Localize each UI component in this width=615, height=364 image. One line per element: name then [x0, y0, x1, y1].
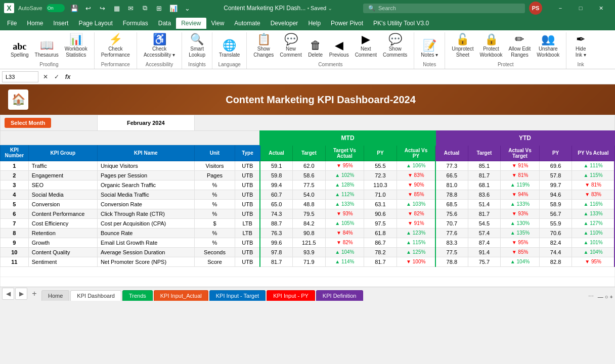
ytd-pva: ▲ 116%	[572, 199, 614, 209]
sheet-tab-kpi-definition[interactable]: KPI Definition	[316, 290, 363, 301]
mtd-tva: ▼ 82%	[325, 238, 364, 247]
workbook-stats-btn[interactable]: 📊 WorkbookStatistics	[62, 32, 90, 60]
cell-reference[interactable]	[2, 71, 38, 82]
more-icon[interactable]: ⌄	[182, 3, 193, 14]
zoom-control[interactable]: — ○ +	[598, 294, 613, 300]
formula-input[interactable]	[75, 73, 613, 81]
autosave-toggle[interactable]: On	[47, 4, 65, 12]
sheet-tab-kpi-input-target[interactable]: KPI Input - Target	[209, 290, 266, 301]
select-month-button[interactable]: Select Month	[5, 118, 51, 128]
add-sheet-btn[interactable]: +	[28, 288, 40, 300]
menu-developer[interactable]: Developer	[266, 18, 303, 29]
menu-automate[interactable]: Automate	[229, 18, 265, 29]
tab-scroll-next[interactable]: ▶	[15, 288, 27, 300]
previous-comment-btn[interactable]: ◀ Previous	[327, 38, 352, 60]
mtd-actual: 76.3	[260, 228, 292, 238]
menu-file[interactable]: File	[2, 18, 22, 29]
protect-workbook-label: ProtectWorkbook	[480, 46, 503, 58]
changes-group-label: Comments	[318, 61, 342, 69]
unprotect-sheet-btn[interactable]: 🔓 UnprotectSheet	[449, 32, 476, 60]
kpi-num: 1	[1, 161, 29, 170]
sheet-tab-kpi-dashboard[interactable]: KPI Dashboard	[70, 290, 121, 301]
check-accessibility-btn[interactable]: ♿ CheckAccessibility ▾	[141, 32, 178, 60]
tab-scroll-prev[interactable]: ◀	[2, 288, 14, 300]
menu-page-layout[interactable]: Page Layout	[73, 18, 117, 29]
menu-data[interactable]: Data	[153, 18, 176, 29]
formula-cancel-btn[interactable]: ✕	[40, 72, 51, 82]
show-changes-btn[interactable]: 📋 ShowChanges	[251, 32, 276, 60]
show-comments-btn[interactable]: 💬 ShowComments	[380, 32, 410, 60]
filter-icon[interactable]: ⧉	[140, 3, 151, 14]
allow-edit-ranges-icon: ✏	[515, 34, 524, 45]
sheet-tab-kpi-input-py[interactable]: KPI Input - PY	[267, 290, 315, 301]
mtd-avpy: ▼ 100%	[397, 257, 435, 266]
ytd-pva: ▲ 115%	[572, 170, 614, 180]
ytd-target: 75.7	[468, 257, 500, 266]
redo-icon[interactable]: ↪	[97, 3, 108, 14]
save-icon[interactable]: 💾	[69, 3, 80, 14]
mtd-py: 78.2	[364, 247, 397, 257]
menu-insert[interactable]: Insert	[48, 18, 73, 29]
table-container[interactable]: Select Month February 2024 MTD YTD KPINu…	[0, 115, 615, 287]
menu-help[interactable]: Help	[303, 18, 326, 29]
translate-btn[interactable]: 🌐 Translate	[216, 38, 242, 60]
hide-ink-btn[interactable]: ✒ HideInk ▾	[570, 32, 591, 60]
formula-function-btn[interactable]: fx	[63, 72, 73, 82]
kpi-unit: $	[194, 218, 235, 228]
mtd-avpy: ▲ 125%	[397, 247, 435, 257]
menu-review[interactable]: Review	[176, 18, 206, 29]
mtd-py: 81.7	[364, 257, 397, 266]
home-icon-box[interactable]: 🏠	[8, 89, 28, 110]
table-row: 4 Social Media Social Media Traffic % UT…	[1, 190, 615, 199]
mtd-avpy: ▲ 123%	[397, 228, 435, 238]
next-comment-btn[interactable]: ▶ NextComment	[353, 32, 379, 60]
menu-pk-utility[interactable]: PK's Utility Tool V3.0	[368, 18, 434, 29]
user-avatar[interactable]: PS	[529, 2, 542, 15]
ytd-pva: ▲ 104%	[572, 247, 614, 257]
kpi-group: Content Quality	[28, 247, 97, 257]
ytd-pva: ▲ 127%	[572, 218, 614, 228]
chart-icon[interactable]: 📊	[168, 3, 179, 14]
ytd-pva: ▼ 95%	[572, 257, 614, 266]
allow-edit-ranges-btn[interactable]: ✏ Allow EditRanges	[506, 32, 533, 60]
ytd-target: 81.7	[468, 209, 500, 218]
spelling-btn[interactable]: abc Spelling	[8, 40, 31, 60]
sheet-tab-kpi-input-actual[interactable]: KPI Input_Actual	[154, 290, 208, 301]
table-icon[interactable]: ▦	[111, 3, 122, 14]
menu-formulas[interactable]: Formulas	[118, 18, 153, 29]
menu-view[interactable]: View	[206, 18, 230, 29]
notes-btn[interactable]: 📝 Notes ▾	[418, 38, 441, 60]
check-performance-btn[interactable]: ⚡ CheckPerformance	[99, 32, 133, 60]
formula-confirm-btn[interactable]: ✓	[52, 72, 62, 82]
kpi-name: Cost per Acquisition (CPA)	[97, 218, 194, 228]
mtd-avpy: ▼ 90%	[397, 180, 435, 190]
protect-workbook-btn[interactable]: 🔒 ProtectWorkbook	[477, 32, 505, 60]
ytd-actual: 68.5	[435, 199, 468, 209]
undo-icon[interactable]: ↩	[83, 3, 94, 14]
mtd-tva: ▼ 84%	[325, 228, 364, 238]
delete-comment-btn[interactable]: 🗑 Delete	[305, 38, 326, 60]
kpi-num: 6	[1, 209, 29, 218]
mtd-tva: ▲ 133%	[325, 199, 364, 209]
menu-home[interactable]: Home	[22, 18, 48, 29]
smart-lookup-btn[interactable]: 🔍 SmartLookup	[186, 32, 208, 60]
check-accessibility-label: CheckAccessibility ▾	[144, 46, 175, 58]
col-kpi-num: KPINumber	[1, 145, 29, 161]
new-comment-btn[interactable]: 💬 NewComment	[277, 32, 304, 60]
sheet-tab-trends[interactable]: Trends	[122, 290, 153, 301]
thesaurus-btn[interactable]: 📖 Thesaurus	[32, 38, 61, 60]
sheet-tab-home[interactable]: Home	[41, 290, 69, 301]
mtd-tva: ▲ 102%	[325, 170, 364, 180]
minimize-btn[interactable]: −	[550, 0, 570, 16]
close-btn[interactable]: ✕	[591, 0, 611, 16]
menu-power-pivot[interactable]: Power Pivot	[326, 18, 368, 29]
search-bar[interactable]: 🔍	[363, 4, 525, 13]
unshare-workbook-btn[interactable]: 👥 UnshareWorkbook	[534, 32, 562, 60]
col-mtd-actual: Actual	[260, 145, 292, 161]
mtd-avpy: ▲ 115%	[397, 238, 435, 247]
email-icon[interactable]: ✉	[125, 3, 137, 14]
table-row: 11 Sentiment Net Promoter Score (NPS) Sc…	[1, 257, 615, 266]
grid-icon[interactable]: ⊞	[154, 3, 165, 14]
restore-btn[interactable]: □	[570, 0, 591, 16]
search-input[interactable]	[378, 5, 520, 11]
